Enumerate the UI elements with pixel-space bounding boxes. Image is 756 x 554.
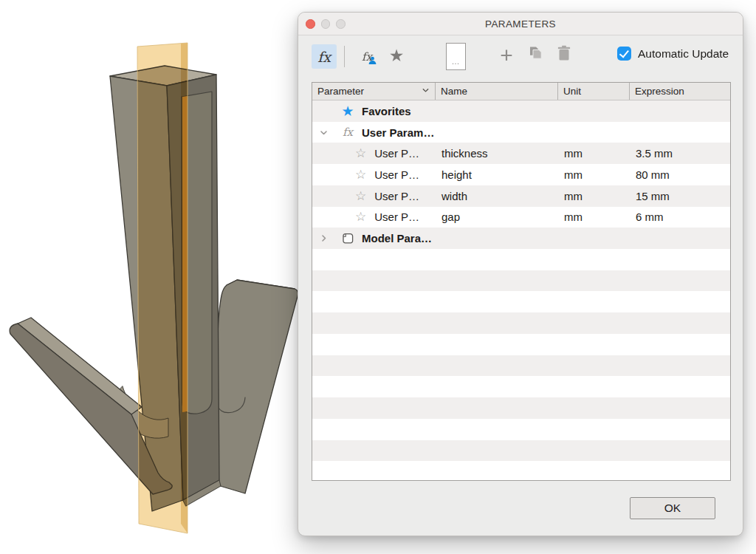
table-row[interactable]: Model Para… xyxy=(312,228,730,249)
model-viewport[interactable] xyxy=(0,0,303,554)
name-cell[interactable]: height xyxy=(435,168,557,181)
expression-cell[interactable]: 3.5 mm xyxy=(629,147,730,160)
title-bar[interactable]: PARAMETERS xyxy=(298,13,743,35)
table-row[interactable]: ☆User P…thicknessmm3.5 mm xyxy=(312,143,730,164)
favorites-star-icon: ★ xyxy=(334,103,361,120)
empty-row xyxy=(312,334,730,355)
user-parameters-button[interactable]: fx xyxy=(354,44,379,69)
favorites-label: Favorites xyxy=(361,105,411,117)
name-cell[interactable]: width xyxy=(435,190,557,202)
unit-cell: mm xyxy=(557,190,629,202)
header-expression[interactable]: Expression xyxy=(629,83,730,100)
empty-row xyxy=(312,312,730,334)
table-row[interactable]: ☆User P…heightmm80 mm xyxy=(312,164,730,185)
model-parameters-group-label: Model Para… xyxy=(361,232,432,244)
table-body: ★FavoritesfxUser Param…☆User P…thickness… xyxy=(312,100,730,481)
model-cube-icon xyxy=(334,232,361,245)
parameter-cell: ☆User P… xyxy=(312,188,435,204)
parameters-dialog: PARAMETERS fx fx ★ … + xyxy=(298,12,743,536)
add-parameter-button[interactable]: + xyxy=(495,41,518,69)
ellipsis-icon: … xyxy=(452,57,461,66)
header-unit[interactable]: Unit xyxy=(557,83,629,100)
parameter-cell: ☆User P… xyxy=(312,209,435,225)
toolbar-divider xyxy=(344,46,345,67)
zoom-window-button[interactable] xyxy=(336,19,346,29)
fx-group-icon: fx xyxy=(334,126,361,139)
expression-cell[interactable]: 6 mm xyxy=(629,211,730,223)
trash-icon xyxy=(557,51,571,64)
name-cell[interactable]: thickness xyxy=(435,147,557,160)
empty-row xyxy=(312,440,730,462)
filter-box-button[interactable]: … xyxy=(446,43,466,70)
header-parameter[interactable]: Parameter xyxy=(312,83,435,100)
parameter-cell: ☆User P… xyxy=(312,167,435,182)
collapsed-chevron-icon[interactable] xyxy=(312,233,334,243)
parameters-table: Parameter Name Unit Expression ★Favorite… xyxy=(312,82,731,481)
empty-row xyxy=(312,419,730,440)
table-header: Parameter Name Unit Expression xyxy=(312,83,730,100)
empty-row xyxy=(312,461,730,481)
unit-cell: mm xyxy=(557,147,629,160)
expression-cell[interactable]: 15 mm xyxy=(629,190,730,202)
chevron-down-icon[interactable] xyxy=(422,86,430,97)
minimize-window-button[interactable] xyxy=(321,19,331,29)
window-title: PARAMETERS xyxy=(298,18,743,30)
checkmark-icon xyxy=(619,47,629,58)
favorite-star-outline-icon[interactable]: ☆ xyxy=(355,209,366,225)
favorites-filter-button[interactable]: ★ xyxy=(385,44,408,68)
table-row[interactable]: ☆User P…gapmm6 mm xyxy=(312,207,730,228)
expand-chevron-icon[interactable] xyxy=(312,128,334,137)
copy-icon xyxy=(528,51,543,64)
table-row[interactable]: fxUser Param… xyxy=(312,122,730,143)
automatic-update-control: Automatic Update xyxy=(617,47,729,61)
empty-row xyxy=(312,397,730,419)
name-cell[interactable]: gap xyxy=(435,211,557,223)
right-prong-face xyxy=(210,280,298,493)
automatic-update-checkbox[interactable] xyxy=(617,47,631,61)
copy-parameter-button[interactable] xyxy=(528,46,543,64)
empty-row xyxy=(312,249,730,270)
empty-row xyxy=(312,291,730,312)
star-icon: ★ xyxy=(389,46,405,66)
empty-row xyxy=(312,270,730,292)
table-row[interactable]: ★Favorites xyxy=(312,100,730,122)
user-parameters-group-label: User Param… xyxy=(361,126,434,139)
favorite-star-outline-icon[interactable]: ☆ xyxy=(355,167,366,182)
traffic-lights xyxy=(306,19,346,29)
header-name[interactable]: Name xyxy=(435,83,557,100)
parameter-label: User P… xyxy=(374,147,419,160)
empty-row xyxy=(312,355,730,377)
parameter-label: User P… xyxy=(374,190,419,202)
parameter-label: User P… xyxy=(374,168,419,181)
favorite-star-outline-icon[interactable]: ☆ xyxy=(355,146,366,161)
unit-cell: mm xyxy=(557,168,629,181)
ok-button[interactable]: OK xyxy=(630,497,715,519)
toolbar: fx fx ★ … + xyxy=(298,35,743,83)
unit-cell: mm xyxy=(557,211,629,223)
delete-parameter-button[interactable] xyxy=(557,45,571,64)
expression-cell[interactable]: 80 mm xyxy=(629,168,730,181)
empty-row xyxy=(312,376,730,397)
parameter-label: User P… xyxy=(374,211,419,223)
parameter-cell: ☆User P… xyxy=(312,146,435,161)
construction-plane xyxy=(137,43,188,533)
close-window-button[interactable] xyxy=(306,19,315,29)
automatic-update-label: Automatic Update xyxy=(638,47,729,61)
table-row[interactable]: ☆User P…widthmm15 mm xyxy=(312,185,730,207)
plus-icon: + xyxy=(500,43,513,68)
all-parameters-button[interactable]: fx xyxy=(312,44,337,69)
favorite-star-outline-icon[interactable]: ☆ xyxy=(355,188,366,204)
person-icon xyxy=(368,54,377,66)
fx-icon: fx xyxy=(317,49,331,65)
